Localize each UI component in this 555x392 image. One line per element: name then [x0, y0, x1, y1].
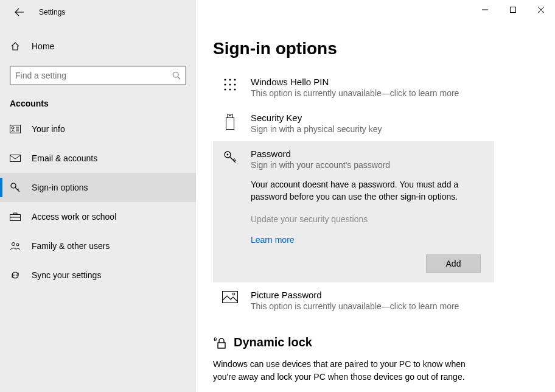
sidebar-item-label: Family & other users: [32, 241, 110, 251]
svg-rect-21: [231, 115, 232, 116]
window-title: Settings: [39, 8, 65, 16]
password-body-text: Your account doesnt have a password. You…: [251, 178, 487, 203]
titlebar: Settings: [0, 0, 555, 24]
sidebar-item-label: Sign-in options: [32, 183, 88, 192]
option-title: Picture Password: [251, 290, 523, 300]
sidebar-home[interactable]: Home: [0, 34, 196, 58]
svg-rect-20: [229, 115, 230, 116]
option-subtitle: Sign in with a physical security key: [251, 124, 523, 134]
usb-key-icon: [222, 113, 239, 134]
learn-more-link[interactable]: Learn more: [251, 234, 487, 246]
password-questions-text: Update your security questions: [251, 213, 487, 225]
minimize-button[interactable]: [471, 0, 499, 19]
mail-icon: [10, 155, 21, 162]
svg-point-12: [224, 83, 226, 85]
sidebar-item-sign-in-options[interactable]: Sign-in options: [0, 173, 196, 202]
close-icon: [538, 7, 544, 13]
titlebar-left: Settings: [0, 0, 196, 24]
sidebar-item-label: Access work or school: [32, 212, 116, 222]
add-button[interactable]: Add: [426, 254, 481, 273]
sidebar-home-label: Home: [32, 41, 54, 51]
option-title: Security Key: [251, 113, 523, 123]
sidebar-item-your-info[interactable]: Your info: [0, 114, 196, 144]
svg-point-5: [11, 183, 16, 188]
sync-icon: [10, 270, 21, 280]
briefcase-icon: [10, 212, 21, 221]
svg-point-9: [224, 79, 226, 80]
arrow-left-icon: [15, 7, 24, 17]
option-subtitle: This option is currently unavailable—cli…: [251, 88, 523, 98]
sidebar-item-sync-settings[interactable]: Sync your settings: [0, 261, 196, 290]
svg-rect-24: [223, 292, 238, 303]
sidebar-item-label: Sync your settings: [32, 270, 101, 280]
svg-point-15: [224, 88, 226, 90]
pin-pad-icon: [222, 77, 239, 98]
sidebar-item-label: Email & accounts: [32, 153, 97, 163]
sidebar-section-label: Accounts: [0, 85, 196, 114]
svg-point-8: [16, 243, 19, 246]
sidebar-item-family-users[interactable]: Family & other users: [0, 231, 196, 261]
key-icon: [222, 149, 239, 170]
page-title: Sign-in options: [213, 39, 531, 58]
back-button[interactable]: [10, 2, 29, 22]
picture-icon: [222, 290, 239, 311]
option-password[interactable]: Password Sign in with your account's pas…: [213, 141, 494, 282]
close-button[interactable]: [527, 0, 555, 19]
svg-rect-19: [226, 118, 234, 130]
svg-rect-26: [218, 343, 225, 348]
svg-point-23: [227, 154, 229, 156]
home-icon: [10, 41, 21, 51]
sidebar-item-email-accounts[interactable]: Email & accounts: [0, 144, 196, 173]
search-box[interactable]: [10, 66, 186, 85]
key-icon: [10, 182, 21, 193]
svg-point-7: [12, 243, 15, 246]
maximize-icon: [510, 7, 516, 13]
search-input[interactable]: [15, 71, 172, 80]
svg-point-3: [12, 127, 14, 129]
window-controls: [196, 0, 555, 24]
svg-rect-0: [511, 7, 516, 13]
dynamic-lock-icon: [213, 336, 226, 349]
person-card-icon: [10, 125, 21, 133]
dynamic-lock-heading-text: Dynamic lock: [234, 335, 312, 349]
svg-point-16: [229, 88, 231, 90]
svg-point-13: [229, 83, 231, 85]
people-icon: [10, 242, 21, 250]
dynamic-lock-description: Windows can use devices that are paired …: [213, 358, 469, 383]
option-hello-pin[interactable]: Windows Hello PIN This option is current…: [213, 69, 531, 105]
minimize-icon: [482, 7, 488, 13]
svg-rect-18: [228, 114, 232, 118]
maximize-button[interactable]: [499, 0, 527, 19]
svg-point-14: [234, 83, 236, 85]
option-security-key[interactable]: Security Key Sign in with a physical sec…: [213, 105, 531, 141]
option-picture-password[interactable]: Picture Password This option is currentl…: [213, 282, 531, 318]
svg-point-1: [173, 72, 178, 77]
option-title: Password: [251, 149, 487, 159]
svg-point-25: [232, 293, 235, 295]
dynamic-lock-heading: Dynamic lock: [213, 335, 531, 349]
svg-point-17: [234, 88, 236, 90]
svg-rect-4: [10, 155, 21, 162]
option-subtitle: Sign in with your account's password: [251, 160, 487, 170]
sidebar: Home Accounts Your info Email & accounts…: [0, 24, 196, 392]
svg-point-10: [229, 79, 231, 80]
main-content: Sign-in options Windows Hello PIN This o…: [196, 24, 555, 392]
sidebar-item-access-work-school[interactable]: Access work or school: [0, 202, 196, 231]
search-icon: [172, 71, 181, 80]
svg-point-11: [234, 79, 236, 80]
sidebar-item-label: Your info: [32, 124, 65, 134]
option-subtitle: This option is currently unavailable—cli…: [251, 301, 523, 311]
option-title: Windows Hello PIN: [251, 77, 523, 87]
